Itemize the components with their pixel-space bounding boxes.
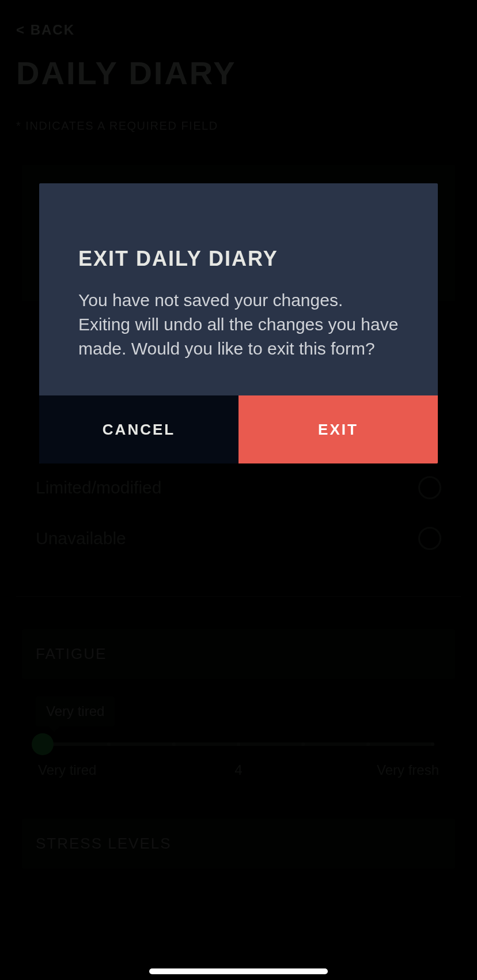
modal-title: EXIT DAILY DIARY — [78, 247, 399, 271]
modal-body: EXIT DAILY DIARY You have not saved your… — [39, 183, 438, 395]
home-indicator[interactable] — [149, 968, 328, 974]
modal-message: You have not saved your changes. Exiting… — [78, 288, 399, 361]
cancel-button[interactable]: CANCEL — [39, 395, 238, 463]
exit-button[interactable]: EXIT — [238, 395, 438, 463]
modal-overlay: EXIT DAILY DIARY You have not saved your… — [0, 0, 477, 980]
modal-buttons: CANCEL EXIT — [39, 395, 438, 463]
exit-modal: EXIT DAILY DIARY You have not saved your… — [39, 183, 438, 463]
